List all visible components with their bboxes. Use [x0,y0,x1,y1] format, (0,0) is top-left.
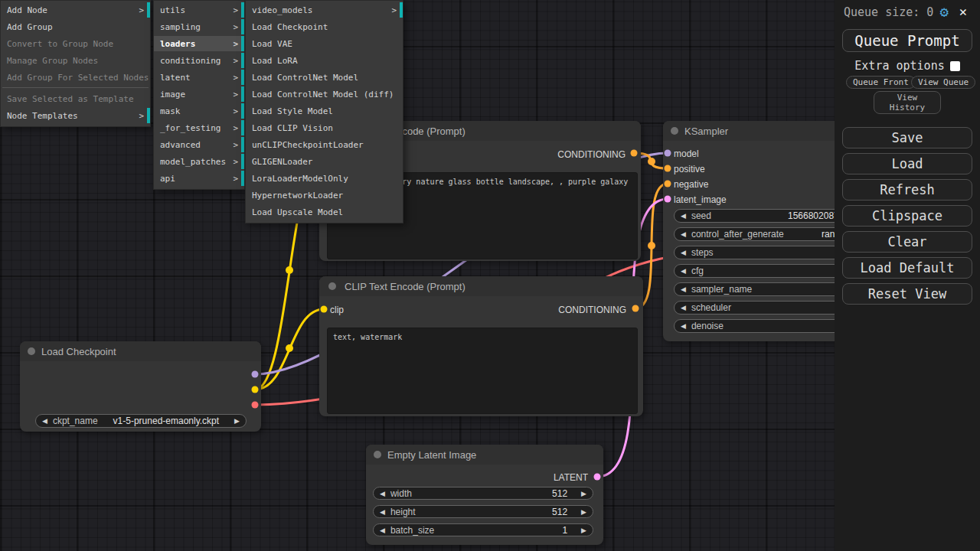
clipspace-button[interactable]: Clipspace [842,205,972,227]
widget-label: ckpt_name [53,416,98,426]
widget-left-arrow-icon[interactable]: ◀ [681,249,686,256]
widget-right-arrow-icon[interactable]: ▶ [581,527,586,534]
node-empty-latent-image[interactable]: Empty Latent Image LATENT ◀ width 512 ▶ … [366,445,603,545]
input-model-label: model [674,148,699,159]
widget-right-arrow-icon[interactable]: ▶ [234,417,240,425]
menu-item-mask[interactable]: mask > [154,103,244,119]
node-load-checkpoint[interactable]: Load Checkpoint MODEL CLIP VAE ◀ ckpt_na… [20,341,261,432]
widget-label: height [390,507,416,517]
submenu-arrow-icon: > [233,123,238,133]
widget-right-arrow-icon[interactable]: ▶ [581,508,586,516]
menu-item-load-upscale-model[interactable]: Load Upscale Model [246,204,403,220]
widget-left-arrow-icon[interactable]: ◀ [681,304,686,311]
widget-value: 512 [552,507,567,517]
node-title: Load Checkpoint [41,346,116,357]
menu-item-api[interactable]: api > [154,171,244,186]
collapse-dot-icon[interactable] [328,282,336,290]
height-widget[interactable]: ◀ height 512 ▶ [373,505,593,518]
menu-item-load-lora[interactable]: Load LoRA [246,53,403,68]
menu-item-load-vae[interactable]: Load VAE [246,36,403,51]
input-latent-image-label: latent_image [674,194,727,205]
widget-left-arrow-icon[interactable]: ◀ [681,267,686,275]
menu-item-load-controlnet-model-diff[interactable]: Load ControlNet Model (diff) [246,86,403,102]
input-clip-label: clip [330,305,344,315]
menu-item-hypernetwork-loader[interactable]: HypernetworkLoader [246,187,403,203]
menu-item-load-clip-vision[interactable]: Load CLIP Vision [246,120,403,135]
widget-left-arrow-icon[interactable]: ◀ [380,490,385,497]
node-title: CLIP Text Encode (Prompt) [345,281,466,292]
menu-item-loaders[interactable]: loaders > [154,36,244,51]
menu-item-add-group[interactable]: Add Group [1,19,150,34]
widget-left-arrow-icon[interactable]: ◀ [380,508,385,516]
output-latent-label: LATENT [554,472,588,483]
menu-separator [2,87,149,88]
widget-left-arrow-icon[interactable]: ◀ [681,212,686,220]
refresh-button[interactable]: Refresh [842,179,972,201]
menu-item-save-selected-template[interactable]: Save Selected as Template [1,91,150,106]
widget-right-arrow-icon[interactable]: ▶ [581,490,586,497]
collapse-dot-icon[interactable] [28,347,35,355]
load-default-button[interactable]: Load Default [842,257,972,279]
view-queue-button[interactable]: View Queue [911,76,975,89]
menu-item-latent[interactable]: latent > [154,70,244,85]
width-widget[interactable]: ◀ width 512 ▶ [373,487,593,500]
menu-item-model-patches[interactable]: model_patches > [154,154,244,169]
reset-view-button[interactable]: Reset View [842,283,972,305]
node-titlebar[interactable]: Load Checkpoint [20,341,261,361]
menu-item-for-testing[interactable]: _for_testing > [154,120,244,135]
batch-size-widget[interactable]: ◀ batch_size 1 ▶ [373,523,593,536]
menu-item-convert-to-group-node[interactable]: Convert to Group Node [1,36,150,51]
menu-item-add-node[interactable]: Add Node > [1,2,150,18]
wire-clip-to-negative [255,309,324,390]
menu-item-conditioning[interactable]: conditioning > [154,53,244,68]
queue-front-button[interactable]: Queue Front [846,76,916,89]
widget-left-arrow-icon[interactable]: ◀ [380,527,385,534]
clear-button[interactable]: Clear [842,231,972,253]
input-negative-label: negative [674,179,708,190]
menu-item-node-templates[interactable]: Node Templates > [1,108,150,123]
menu-item-load-controlnet-model[interactable]: Load ControlNet Model [246,70,403,85]
link-center-dot [648,242,655,249]
output-conditioning-label: CONDITIONING [558,305,626,315]
submenu-arrow-icon: > [233,90,238,99]
load-button[interactable]: Load [842,153,972,174]
widget-label: denoise [691,321,724,331]
queue-prompt-button[interactable]: Queue Prompt [842,29,972,52]
node-titlebar[interactable]: Empty Latent Image [366,445,603,465]
menu-item-load-checkpoint[interactable]: Load Checkpoint [246,19,403,34]
menu-item-sampling[interactable]: sampling > [154,19,244,34]
node-titlebar[interactable]: CLIP Text Encode (Prompt) [319,276,643,296]
menu-item-add-group-for-selected[interactable]: Add Group For Selected Nodes [1,70,150,85]
menu-item-manage-group-nodes[interactable]: Manage Group Nodes [1,53,150,68]
widget-value: v1-5-pruned-emaonly.ckpt [113,416,220,426]
collapse-dot-icon[interactable] [374,451,381,458]
settings-gear-icon[interactable]: ⚙ [939,5,948,19]
input-positive-label: positive [674,164,705,174]
widget-value: 1566802087 [788,210,839,221]
widget-left-arrow-icon[interactable]: ◀ [681,285,686,293]
node-clip-text-encode-negative[interactable]: CLIP Text Encode (Prompt) clip CONDITION… [319,276,643,416]
menu-item-gligen-loader[interactable]: GLIGENLoader [246,154,403,169]
collapse-dot-icon[interactable] [671,127,678,135]
save-button[interactable]: Save [842,127,972,148]
ckpt-name-widget[interactable]: ◀ ckpt_name v1-5-pruned-emaonly.ckpt ▶ [35,414,247,428]
close-icon[interactable]: ✕ [959,5,967,18]
submenu-arrow-icon: > [233,140,238,150]
view-history-button[interactable]: View History [874,91,941,114]
menu-item-utils[interactable]: utils > [154,2,244,18]
widget-label: seed [691,210,711,221]
widget-left-arrow-icon[interactable]: ◀ [681,230,686,238]
menu-item-advanced[interactable]: advanced > [154,137,244,152]
menu-item-video-models[interactable]: video_models > [246,2,403,18]
extra-options-checkbox[interactable] [950,61,960,71]
widget-left-arrow-icon[interactable]: ◀ [42,417,47,425]
widget-label: sampler_name [691,284,752,295]
submenu-arrow-icon: > [233,39,238,49]
menu-item-lora-loader-model-only[interactable]: LoraLoaderModelOnly [246,171,403,186]
prompt-textarea[interactable]: text, watermark [327,328,638,414]
widget-left-arrow-icon[interactable]: ◀ [681,322,686,330]
loaders-menu: video_models > Load Checkpoint Load VAE … [245,0,403,223]
menu-item-image[interactable]: image > [154,86,244,102]
menu-item-unclip-checkpoint-loader[interactable]: unCLIPCheckpointLoader [246,137,403,152]
menu-item-load-style-model[interactable]: Load Style Model [246,103,403,119]
